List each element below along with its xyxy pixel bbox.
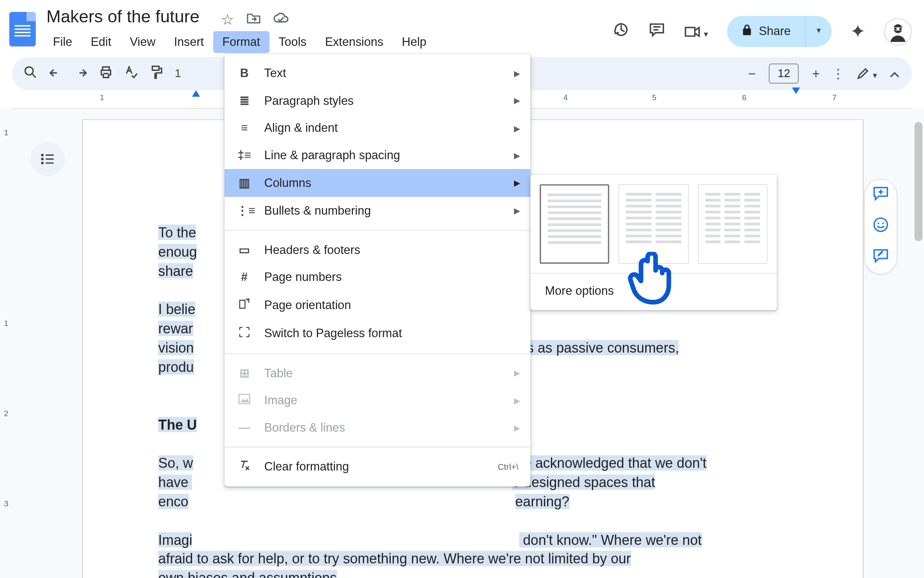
more-tools-icon[interactable]: ⋮ (832, 66, 845, 81)
menubar: File Edit View Insert Format Tools Exten… (44, 31, 613, 53)
menu-text[interactable]: BText▶ (224, 60, 531, 87)
add-emoji-icon[interactable] (873, 217, 889, 237)
menu-page-orientation[interactable]: Page orientation (224, 291, 531, 319)
comments-icon[interactable] (648, 21, 666, 42)
meet-icon[interactable] (684, 22, 709, 41)
menu-extensions[interactable]: Extensions (316, 31, 393, 53)
outline-toggle[interactable] (30, 142, 65, 176)
right-margin-marker[interactable] (792, 87, 800, 94)
menu-label: Text (264, 66, 286, 80)
svg-point-4 (25, 67, 33, 75)
svg-rect-15 (240, 300, 245, 308)
text-run: own biases and assumptions (158, 570, 337, 578)
menu-label: Bullets & numbering (264, 204, 371, 218)
text-run: share (158, 263, 193, 279)
pageless-icon (236, 326, 252, 341)
header: Makers of the future File Edit View Inse… (0, 0, 924, 54)
menu-headers-footers[interactable]: ▭Headers & footers (224, 236, 531, 264)
redo-icon[interactable] (74, 66, 87, 81)
menu-separator (224, 230, 531, 231)
font-size-input[interactable]: 12 (769, 64, 799, 84)
hash-icon: # (236, 271, 252, 284)
docs-logo[interactable] (9, 12, 36, 46)
submenu-arrow-icon: ▶ (514, 151, 520, 160)
columns-more-options[interactable]: More options (531, 274, 777, 310)
scrollbar-thumb[interactable] (914, 122, 922, 241)
bullets-icon: ⋮≡ (236, 203, 252, 218)
ruler-num: 1 (100, 93, 104, 102)
menu-image: Image▶ (224, 387, 531, 414)
editing-mode-icon[interactable] (857, 66, 877, 81)
menu-separator (224, 353, 531, 354)
menu-insert[interactable]: Insert (165, 31, 213, 53)
zoom-level[interactable]: 1 (175, 67, 181, 80)
menu-label: Switch to Pageless format (264, 327, 402, 341)
collapse-toolbar-icon[interactable] (889, 66, 900, 81)
svg-point-12 (874, 218, 887, 231)
menu-line-spacing[interactable]: ‡≡Line & paragraph spacing▶ (224, 142, 531, 169)
history-icon[interactable] (613, 21, 630, 42)
menu-align-indent[interactable]: ≡Align & indent▶ (224, 115, 531, 142)
format-menu: BText▶ ≣Paragraph styles▶ ≡Align & inden… (224, 54, 531, 486)
text-run: rewar (158, 321, 193, 336)
image-icon (236, 394, 252, 408)
suggest-edits-icon[interactable] (873, 249, 889, 267)
cloud-status-icon[interactable] (273, 11, 288, 29)
menu-label: Clear formatting (264, 460, 349, 474)
text-run: Imagi (158, 532, 192, 547)
columns-option-3[interactable] (698, 184, 767, 264)
move-icon[interactable] (246, 11, 261, 29)
ruler-num: 7 (832, 93, 837, 102)
menu-label: Borders & lines (264, 421, 345, 435)
columns-option-2[interactable] (619, 184, 688, 264)
doc-title[interactable]: Makers of the future (44, 5, 202, 29)
search-icon[interactable] (24, 65, 37, 82)
submenu-arrow-icon: ▶ (514, 69, 520, 78)
menu-columns[interactable]: ▥Columns▶ (224, 169, 531, 197)
share-button[interactable]: Share (727, 16, 806, 47)
submenu-arrow-icon: ▶ (514, 206, 520, 215)
menu-label: Table (264, 366, 293, 380)
columns-submenu: More options (531, 175, 777, 310)
svg-point-3 (899, 27, 902, 30)
menu-help[interactable]: Help (393, 31, 436, 53)
menu-pageless[interactable]: Switch to Pageless format (224, 319, 531, 348)
menu-label: Page orientation (264, 298, 351, 312)
text-run: earning? (515, 494, 569, 509)
ruler-vertical[interactable]: 1 1 2 3 (0, 109, 22, 578)
menu-table: ⊞Table▶ (224, 359, 531, 387)
table-icon: ⊞ (236, 366, 252, 380)
text-run: I belie (158, 301, 195, 317)
print-icon[interactable] (99, 65, 112, 82)
menu-bullets-numbering[interactable]: ⋮≡Bullets & numbering▶ (224, 197, 531, 225)
menu-label: Line & paragraph spacing (264, 148, 400, 162)
text-run: enco (158, 494, 188, 509)
menu-clear-formatting[interactable]: Clear formattingCtrl+\ (224, 453, 531, 481)
menu-edit[interactable]: Edit (82, 31, 121, 53)
svg-point-14 (882, 222, 884, 224)
menu-format[interactable]: Format (213, 31, 269, 53)
undo-icon[interactable] (49, 66, 62, 81)
svg-point-10 (41, 162, 44, 165)
text-run: vision (158, 340, 194, 355)
share-dropdown[interactable] (806, 16, 832, 47)
font-size-increase[interactable]: + (812, 66, 820, 81)
add-comment-icon[interactable] (873, 186, 889, 205)
star-icon[interactable] (221, 11, 234, 29)
text-run: So, w (158, 455, 193, 470)
spellcheck-icon[interactable] (124, 65, 137, 82)
paint-format-icon[interactable] (150, 65, 163, 82)
columns-option-1[interactable] (540, 184, 609, 264)
borders-icon: — (236, 421, 252, 435)
account-avatar[interactable] (884, 18, 912, 45)
menu-file[interactable]: File (44, 31, 82, 53)
ruler-num: 6 (742, 93, 747, 102)
gemini-icon[interactable]: ✦ (850, 20, 865, 42)
menu-paragraph-styles[interactable]: ≣Paragraph styles▶ (224, 87, 531, 114)
menu-page-numbers[interactable]: #Page numbers (224, 264, 531, 291)
menu-tools[interactable]: Tools (270, 31, 316, 53)
menu-view[interactable]: View (121, 31, 165, 53)
indent-marker[interactable] (192, 90, 200, 97)
font-size-decrease[interactable]: − (748, 66, 756, 81)
menu-label: Align & indent (264, 121, 338, 135)
